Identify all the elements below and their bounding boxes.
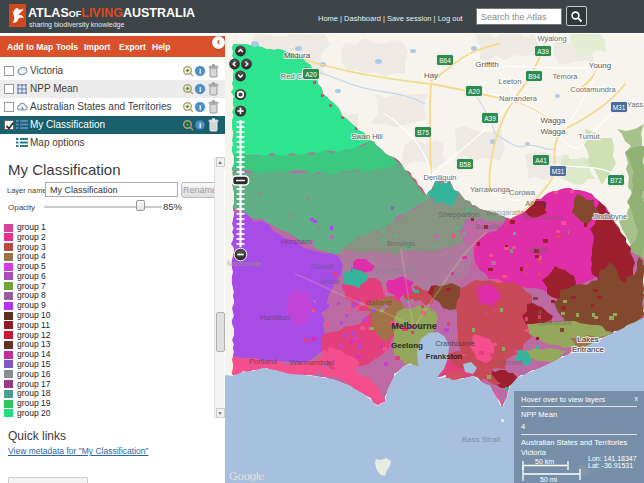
svg-text:Corowa: Corowa — [509, 188, 536, 197]
svg-text:Warrnambool: Warrnambool — [290, 358, 335, 367]
svg-text:Yarrawonga: Yarrawonga — [470, 185, 511, 194]
svg-text:Portland: Portland — [249, 357, 277, 366]
svg-text:Hay: Hay — [424, 71, 438, 80]
svg-text:Wagga: Wagga — [540, 116, 566, 125]
svg-text:B72: B72 — [610, 177, 622, 184]
svg-text:Morwell: Morwell — [499, 359, 524, 366]
svg-text:Shepparton: Shepparton — [438, 210, 479, 219]
svg-text:50 mi: 50 mi — [540, 476, 558, 483]
svg-text:Stawell: Stawell — [311, 263, 334, 270]
svg-text:Frankston: Frankston — [426, 352, 463, 361]
svg-text:Young: Young — [589, 61, 611, 70]
svg-text:A41: A41 — [535, 157, 547, 164]
svg-text:B58: B58 — [459, 161, 471, 168]
svg-text:A39: A39 — [537, 48, 549, 55]
svg-text:Ballarat: Ballarat — [366, 298, 392, 307]
svg-text:Melbourne: Melbourne — [391, 321, 437, 331]
svg-text:Jindabyne: Jindabyne — [593, 212, 627, 221]
svg-text:Mildura: Mildura — [284, 51, 311, 60]
svg-text:Temora: Temora — [552, 72, 578, 81]
svg-text:Hamilton: Hamilton — [260, 313, 290, 322]
svg-text:B64: B64 — [439, 57, 451, 64]
svg-text:Geelong: Geelong — [391, 341, 423, 350]
svg-text:A20: A20 — [468, 88, 480, 95]
svg-text:Cranbourne: Cranbourne — [435, 339, 475, 348]
svg-text:M31: M31 — [613, 104, 626, 111]
svg-text:i: i — [199, 85, 201, 94]
svg-text:Wagga: Wagga — [540, 127, 566, 136]
svg-text:A39: A39 — [484, 115, 496, 122]
svg-text:B75: B75 — [417, 129, 429, 136]
svg-text:M31: M31 — [552, 168, 565, 175]
svg-text:Bendigo: Bendigo — [387, 239, 415, 248]
svg-text:i: i — [199, 121, 201, 130]
svg-text:Wangaratta: Wangaratta — [486, 208, 525, 217]
svg-text:B94: B94 — [528, 73, 540, 80]
svg-text:Lakes: Lakes — [577, 335, 598, 344]
svg-text:Swan Hill: Swan Hill — [351, 132, 383, 141]
svg-text:Narrandera: Narrandera — [499, 94, 538, 103]
svg-text:Leeton: Leeton — [499, 77, 522, 86]
svg-text:Benalla: Benalla — [475, 222, 501, 231]
svg-text:Cootamundra: Cootamundra — [570, 85, 616, 94]
svg-text:Victoria: Victoria — [374, 264, 409, 276]
svg-text:Yass: Yass — [627, 100, 643, 109]
svg-text:Bairnsdale: Bairnsdale — [538, 319, 571, 326]
svg-text:Wyalong: Wyalong — [537, 34, 566, 43]
svg-text:Beechworth: Beechworth — [523, 213, 563, 222]
svg-text:i: i — [199, 67, 201, 76]
svg-text:Albury: Albury — [525, 199, 547, 208]
svg-text:Tumut: Tumut — [579, 132, 601, 141]
svg-text:Horsham: Horsham — [281, 237, 311, 246]
svg-text:Entrance: Entrance — [572, 345, 605, 354]
svg-text:A20: A20 — [305, 71, 317, 78]
svg-text:Bright: Bright — [528, 245, 549, 254]
svg-text:Griffith: Griffith — [475, 60, 498, 69]
svg-text:Ararat: Ararat — [320, 278, 339, 285]
svg-text:50 km: 50 km — [535, 458, 554, 465]
svg-text:Deniliquin: Deniliquin — [424, 173, 457, 182]
svg-text:i: i — [199, 103, 201, 112]
svg-text:Bass Strait: Bass Strait — [462, 435, 501, 444]
svg-text:Google: Google — [229, 470, 264, 482]
